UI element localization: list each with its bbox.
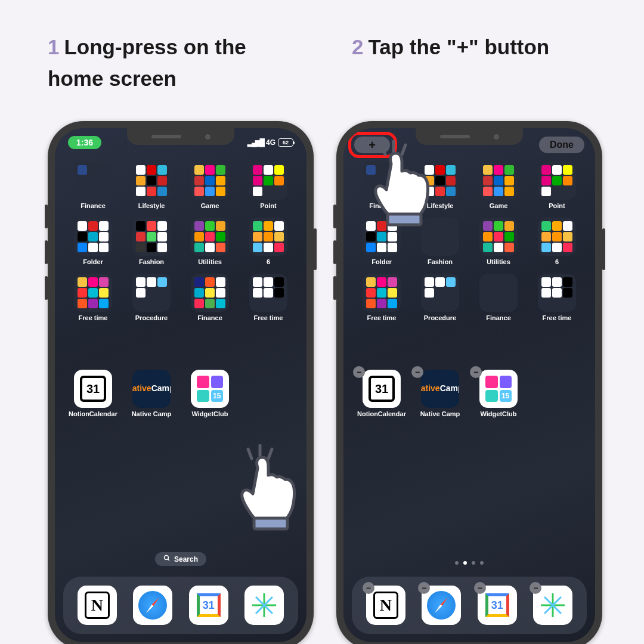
dock-app[interactable]: −N [366,586,405,625]
svg-line-2 [248,449,252,459]
done-button[interactable]: Done [539,137,584,153]
app-label: NotionCalendar [357,410,406,417]
step-number: 1 [48,35,59,58]
folder-label: Free time [543,314,572,321]
app-folder[interactable]: Free time [68,274,118,321]
app[interactable]: −NativeCamp.Native Camp [415,370,465,417]
folder-label: Lifestyle [138,202,165,209]
step-text: Tap the "+" button [368,35,549,58]
notion-icon: N [78,586,117,625]
native-camp-icon: NativeCamp. [132,370,171,408]
native-camp-icon: NativeCamp. [421,370,459,408]
app[interactable]: NativeCamp.Native Camp [126,370,177,417]
time-pill: 1:36 [68,136,101,149]
dock-app[interactable]: − [533,586,572,625]
app-folder[interactable]: Point [532,162,582,209]
folder-label: Finance [197,314,222,321]
app-folder[interactable]: Lifestyle [415,162,465,209]
app[interactable]: −15WidgetClub [473,370,524,417]
app-folder[interactable]: Fashion [415,218,465,265]
folder-label: Utilities [198,258,222,265]
folder-label: Point [260,202,277,209]
app-folder[interactable]: Free time [243,274,293,321]
folder-label: Fashion [428,258,453,265]
search-button[interactable]: Search [155,552,206,566]
app-folder[interactable]: Folder [357,218,407,265]
battery-icon: 62 [278,138,293,147]
dock-app[interactable]: 31 [189,586,228,625]
app-label: WidgetClub [481,410,517,417]
dock: −N−−31− [352,577,587,634]
status-right: ▂▄▆█ 4G 62 [247,138,293,147]
app-folder[interactable]: Free time [532,274,582,321]
app-folder[interactable]: Free time [357,274,407,321]
app[interactable]: 15WidgetClub [185,370,235,417]
folder-label: Procedure [424,314,456,321]
google-calendar-icon: 31 [189,586,228,625]
svg-line-4 [268,449,272,459]
app-folder[interactable]: Procedure [415,274,465,321]
app-folder[interactable]: Fashion [126,218,177,265]
app-folder[interactable]: Finance [357,162,407,209]
step-text: Long-press on the home screen [48,35,246,90]
remove-app-button[interactable]: − [470,366,482,378]
app[interactable]: 31NotionCalendar [68,370,118,417]
app-folder[interactable]: Utilities [185,218,235,265]
dock-app[interactable] [244,586,284,625]
folder-label: Folder [83,258,103,265]
folder-label: Point [549,202,565,209]
app-folder[interactable]: Point [243,162,293,209]
home-screen-editmode[interactable]: + Done FinanceLifestyleGamePointFolderFa… [343,128,595,642]
remove-app-button[interactable]: − [363,582,374,594]
network-label: 4G [266,138,275,147]
notch [416,128,523,145]
folder-label: Utilities [487,258,510,265]
remove-app-button[interactable]: − [353,366,365,378]
home-screen[interactable]: 1:36 ▂▄▆█ 4G 62 FinanceLifestyleGamePoin… [55,128,306,642]
folder-label: Free time [254,314,283,321]
app-folder[interactable]: 6 [532,218,582,265]
notion-calendar-icon: 31 [363,370,401,408]
add-widget-button[interactable]: + [354,137,390,153]
signal-icon: ▂▄▆█ [247,138,264,147]
folder-label: Free time [367,314,397,321]
folder-label: Game [490,202,508,209]
svg-rect-5 [254,518,287,529]
app-folder[interactable]: Finance [473,274,524,321]
remove-app-button[interactable]: − [474,582,486,594]
app-label: NotionCalendar [69,410,117,417]
phone-mockup-2: + Done FinanceLifestyleGamePointFolderFa… [336,121,602,644]
app-folder[interactable]: Folder [68,218,118,265]
widgetclub-icon: 15 [191,370,229,408]
folder-label: Game [201,202,219,209]
app-folder[interactable]: Procedure [126,274,177,321]
app[interactable]: −31NotionCalendar [357,370,407,417]
dock-app[interactable]: N [78,586,117,625]
dock-app[interactable]: −31 [478,586,517,625]
folder-label: Free time [79,314,108,321]
folder-label: Lifestyle [427,202,454,209]
page-indicator[interactable] [455,561,484,565]
app-row: −31NotionCalendar−NativeCamp.Native Camp… [343,370,595,417]
app-folder[interactable]: Finance [185,274,235,321]
app-folder[interactable]: 6 [243,218,293,265]
notch [127,128,234,145]
folder-label: 6 [267,258,270,265]
folder-grid: FinanceLifestyleGamePointFolderFashionUt… [55,162,306,321]
folder-label: Folder [371,258,392,265]
safari-icon [133,586,172,625]
remove-app-button[interactable]: − [411,366,423,378]
dock-app[interactable]: − [422,586,461,625]
svg-line-1 [168,559,169,561]
folder-grid: FinanceLifestyleGamePointFolderFashionUt… [343,162,595,321]
svg-point-0 [164,556,168,560]
app-folder[interactable]: Game [473,162,524,209]
app-folder[interactable]: Finance [68,162,118,209]
app-folder[interactable]: Lifestyle [126,162,177,209]
app-label: WidgetClub [192,410,228,417]
app-folder[interactable]: Game [185,162,235,209]
folder-label: Finance [486,314,511,321]
app-folder[interactable]: Utilities [473,218,524,265]
dock-app[interactable] [133,586,172,625]
notion-calendar-icon: 31 [74,370,112,408]
